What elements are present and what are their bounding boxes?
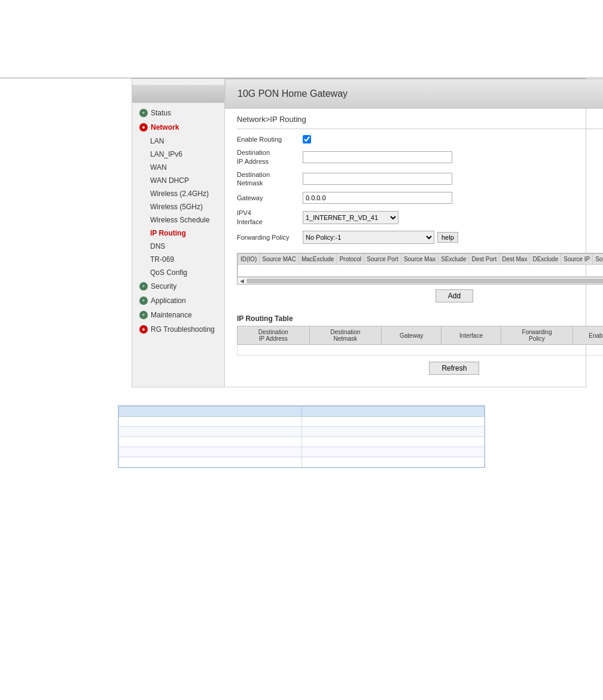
sidebar-item-lan-ipv6[interactable]: LAN_IPv6 [132, 148, 224, 161]
sidebar-item-status[interactable]: + Status [132, 106, 224, 120]
dest-netmask-label: DestinationNetmask [237, 170, 303, 188]
rt-col-dest-ip: DestinationIP Address [237, 326, 310, 345]
bottom-col-b [302, 406, 485, 417]
bottom-row-1 [119, 417, 485, 427]
enable-routing-row: Enable Routing [237, 135, 603, 143]
header-title: 10G PON Home Gateway [237, 88, 348, 99]
bottom-row-5 [119, 457, 485, 467]
status-bullet-icon: + [139, 109, 148, 117]
sidebar-item-wireless-24[interactable]: Wireless (2.4GHz) [132, 187, 224, 200]
refresh-button[interactable]: Refresh [429, 362, 479, 375]
forwarding-policy-select[interactable]: No Policy:-1 [303, 231, 434, 244]
rt-col-forwarding: ForwardingPolicy [501, 326, 573, 345]
enable-routing-label: Enable Routing [237, 135, 303, 143]
col-sexclude: SExclude [438, 254, 469, 265]
col-source-ip-mask: Source IP Mask [593, 254, 603, 265]
sidebar-status-label: Status [151, 109, 171, 117]
main-content: Network>IP Routing Enable Routing Destin… [225, 109, 603, 387]
app-container: + Status ● Network LAN LAN_IPv6 WAN WAN … [132, 78, 586, 387]
scroll-left-arrow[interactable]: ◀ [240, 278, 244, 284]
routing-table-row [237, 345, 604, 356]
sidebar-item-application[interactable]: + Application [132, 294, 224, 308]
sidebar-item-ip-routing[interactable]: IP Routing [132, 227, 224, 240]
bottom-table [118, 406, 485, 467]
routing-table-title: IP Routing Table [237, 314, 603, 323]
sidebar-item-wireless-5[interactable]: Wireless (5GHz) [132, 200, 224, 213]
col-mac-exclude: MacExclude [299, 254, 336, 265]
bottom-table-wrapper [118, 405, 485, 468]
network-bullet-icon: ● [139, 123, 148, 132]
application-bullet-icon: + [139, 296, 148, 305]
sidebar-application-label: Application [151, 296, 186, 305]
enable-routing-checkbox[interactable] [303, 135, 311, 143]
sidebar-item-wireless-schedule[interactable]: Wireless Schedule [132, 213, 224, 227]
sidebar-item-network[interactable]: ● Network [132, 120, 224, 135]
breadcrumb: Network>IP Routing [237, 115, 603, 129]
gateway-input[interactable] [303, 192, 452, 204]
col-id: ID(IO) [238, 254, 260, 265]
rt-col-gateway: Gateway [382, 326, 441, 345]
gateway-row: Gateway [237, 192, 603, 204]
sidebar-item-wan-dhcp[interactable]: WAN DHCP [132, 174, 224, 187]
sidebar-item-maintenance[interactable]: + Maintenance [132, 308, 224, 322]
sidebar-item-qos-config[interactable]: QoS Config [132, 266, 224, 279]
sidebar-header-bg [132, 85, 224, 103]
sidebar: + Status ● Network LAN LAN_IPv6 WAN WAN … [132, 79, 225, 387]
dest-netmask-row: DestinationNetmask [237, 170, 603, 188]
col-source-port: Source Port [364, 254, 401, 265]
gateway-label: Gateway [237, 194, 303, 202]
col-source-ip: Source IP [561, 254, 593, 265]
rt-col-dest-netmask: DestinationNetmask [309, 326, 382, 345]
top-spacer [0, 0, 603, 78]
ipv4-interface-select[interactable]: 1_INTERNET_R_VD_41 [303, 211, 398, 224]
scroll-bar[interactable] [246, 279, 603, 283]
bottom-row-2 [119, 427, 485, 437]
rg-bullet-icon: ● [139, 325, 148, 334]
col-dest-max: Dest Max [500, 254, 530, 265]
sidebar-item-wan[interactable]: WAN [132, 161, 224, 174]
col-dest-port: Dest Port [469, 254, 500, 265]
ipv4-interface-row: IPV4Interface 1_INTERNET_R_VD_41 [237, 209, 603, 226]
sidebar-network-label: Network [151, 123, 179, 132]
sidebar-item-tr069[interactable]: TR-069 [132, 253, 224, 266]
sidebar-item-rg[interactable]: ● RG Troubleshooting [132, 322, 224, 337]
bottom-row-3 [119, 437, 485, 447]
sidebar-rg-label: RG Troubleshooting [151, 325, 215, 334]
dest-ip-row: DestinationIP Address [237, 148, 603, 166]
sidebar-maintenance-label: Maintenance [151, 311, 192, 319]
page-wrapper: + Status ● Network LAN LAN_IPv6 WAN WAN … [0, 0, 603, 700]
sidebar-security-label: Security [151, 282, 176, 291]
routing-table-section: IP Routing Table DestinationIP Address D… [237, 314, 603, 356]
col-source-max: Source Max [401, 254, 438, 265]
col-protocol: Protocol [337, 254, 364, 265]
scroll-area[interactable]: ◀ ▶ [237, 277, 603, 285]
dest-ip-input[interactable] [303, 151, 452, 163]
bottom-row-4 [119, 447, 485, 457]
rt-col-enable: Enable [573, 326, 603, 345]
refresh-button-container: Refresh [237, 362, 603, 375]
rt-col-interface: Interface [441, 326, 501, 345]
forwarding-policy-row: Forwarding Policy No Policy:-1 help [237, 231, 603, 244]
maintenance-bullet-icon: + [139, 311, 148, 319]
add-button[interactable]: Add [436, 289, 473, 302]
ipv4-interface-label: IPV4Interface [237, 209, 303, 226]
forwarding-policy-controls: No Policy:-1 help [303, 231, 458, 244]
dest-netmask-input[interactable] [303, 173, 452, 185]
forwarding-policy-label: Forwarding Policy [237, 233, 303, 242]
sidebar-item-security[interactable]: + Security [132, 279, 224, 294]
dest-ip-label: DestinationIP Address [237, 148, 303, 166]
col-dexclude: DExclude [530, 254, 561, 265]
sidebar-item-dns[interactable]: DNS [132, 240, 224, 253]
right-panel: 10G PON Home Gateway Logout English | Es… [225, 79, 603, 387]
policy-table: ID(IO) Source MAC MacExclude Protocol So… [237, 253, 603, 277]
add-button-container: Add [237, 289, 603, 302]
col-source-mac: Source MAC [260, 254, 299, 265]
help-button[interactable]: help [437, 232, 458, 243]
bottom-col-a [119, 406, 302, 417]
policy-table-wrapper: ID(IO) Source MAC MacExclude Protocol So… [237, 253, 603, 277]
sidebar-item-lan[interactable]: LAN [132, 135, 224, 148]
security-bullet-icon: + [139, 282, 148, 291]
table-row [238, 265, 604, 277]
routing-form: Enable Routing DestinationIP Address Des… [237, 135, 603, 244]
header-bar: 10G PON Home Gateway Logout English | Es… [225, 79, 603, 109]
